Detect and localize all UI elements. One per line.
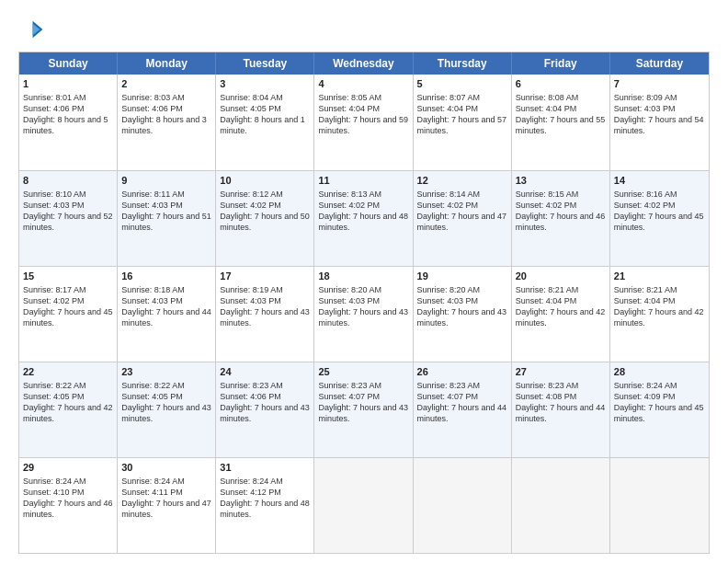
day-number: 15 [23, 270, 113, 283]
logo [18, 17, 48, 42]
day-number: 5 [417, 77, 507, 91]
cal-cell-2: 2Sunrise: 8:03 AMSunset: 4:06 PMDaylight… [118, 75, 216, 170]
day-info: Sunset: 4:03 PM [121, 200, 211, 211]
day-info: Sunrise: 8:22 AM [121, 380, 211, 391]
day-info: Daylight: 7 hours and 57 minutes. [417, 114, 507, 136]
day-info: Daylight: 7 hours and 45 minutes. [23, 306, 113, 328]
day-info: Sunset: 4:06 PM [121, 103, 211, 114]
day-info: Sunset: 4:02 PM [417, 200, 507, 211]
day-info: Sunset: 4:05 PM [220, 103, 310, 114]
cal-cell-20: 20Sunrise: 8:21 AMSunset: 4:04 PMDayligh… [512, 267, 610, 362]
day-info: Sunset: 4:09 PM [614, 391, 705, 402]
cal-cell-1: 1Sunrise: 8:01 AMSunset: 4:06 PMDaylight… [19, 75, 118, 170]
day-info: Daylight: 7 hours and 44 minutes. [417, 402, 507, 424]
day-info: Sunrise: 8:20 AM [318, 284, 408, 295]
day-info: Daylight: 7 hours and 51 minutes. [121, 211, 211, 233]
day-info: Daylight: 7 hours and 42 minutes. [614, 306, 705, 328]
day-info: Sunset: 4:10 PM [23, 487, 113, 498]
day-info: Sunrise: 8:24 AM [23, 476, 113, 487]
day-info: Daylight: 7 hours and 45 minutes. [614, 402, 705, 424]
calendar-row-3: 22Sunrise: 8:22 AMSunset: 4:05 PMDayligh… [19, 362, 709, 457]
cal-cell-empty-4-5 [512, 458, 610, 553]
day-number: 11 [318, 174, 408, 188]
calendar: SundayMondayTuesdayWednesdayThursdayFrid… [18, 52, 710, 554]
day-info: Daylight: 7 hours and 44 minutes. [121, 306, 211, 328]
cal-cell-19: 19Sunrise: 8:20 AMSunset: 4:03 PMDayligh… [414, 267, 512, 362]
day-number: 24 [220, 365, 310, 379]
cal-cell-9: 9Sunrise: 8:11 AMSunset: 4:03 PMDaylight… [118, 171, 216, 266]
day-info: Sunrise: 8:18 AM [121, 284, 211, 295]
day-info: Daylight: 7 hours and 46 minutes. [516, 211, 606, 233]
day-info: Sunset: 4:04 PM [614, 295, 705, 306]
day-number: 3 [220, 77, 310, 91]
day-number: 19 [417, 270, 507, 283]
day-info: Sunset: 4:05 PM [23, 391, 113, 402]
day-info: Daylight: 7 hours and 42 minutes. [23, 402, 113, 424]
cal-cell-empty-4-6 [610, 458, 709, 553]
day-info: Daylight: 7 hours and 44 minutes. [516, 402, 606, 424]
cal-cell-28: 28Sunrise: 8:24 AMSunset: 4:09 PMDayligh… [610, 362, 709, 457]
day-info: Sunset: 4:07 PM [318, 391, 408, 402]
day-number: 4 [318, 77, 408, 91]
day-info: Sunrise: 8:21 AM [516, 284, 606, 295]
day-info: Sunset: 4:06 PM [220, 391, 310, 402]
day-info: Sunset: 4:03 PM [417, 295, 507, 306]
day-info: Sunset: 4:07 PM [417, 391, 507, 402]
day-info: Sunrise: 8:12 AM [220, 189, 310, 200]
cal-cell-15: 15Sunrise: 8:17 AMSunset: 4:02 PMDayligh… [19, 267, 118, 362]
day-info: Daylight: 7 hours and 48 minutes. [318, 211, 408, 233]
day-info: Daylight: 8 hours and 1 minute. [220, 114, 310, 136]
day-number: 7 [614, 77, 705, 91]
day-info: Sunset: 4:02 PM [318, 200, 408, 211]
day-number: 31 [220, 461, 310, 475]
day-info: Sunset: 4:03 PM [318, 295, 408, 306]
day-number: 30 [121, 461, 211, 475]
day-info: Sunrise: 8:07 AM [417, 92, 507, 103]
day-info: Daylight: 7 hours and 52 minutes. [23, 211, 113, 233]
logo-icon [18, 17, 44, 42]
day-info: Sunset: 4:12 PM [220, 487, 310, 498]
cal-cell-25: 25Sunrise: 8:23 AMSunset: 4:07 PMDayligh… [314, 362, 413, 457]
day-info: Sunset: 4:11 PM [121, 487, 211, 498]
cal-cell-23: 23Sunrise: 8:22 AMSunset: 4:05 PMDayligh… [118, 362, 216, 457]
day-info: Sunrise: 8:03 AM [121, 92, 211, 103]
day-info: Sunrise: 8:15 AM [516, 189, 606, 200]
header-day-friday: Friday [512, 52, 610, 75]
day-info: Sunrise: 8:09 AM [614, 92, 705, 103]
day-info: Sunset: 4:04 PM [516, 295, 606, 306]
day-info: Daylight: 8 hours and 5 minutes. [23, 114, 113, 136]
day-number: 9 [121, 174, 211, 188]
day-info: Sunset: 4:04 PM [318, 103, 408, 114]
day-number: 14 [614, 174, 705, 188]
day-info: Sunrise: 8:23 AM [220, 380, 310, 391]
day-info: Sunrise: 8:22 AM [23, 380, 113, 391]
day-info: Sunset: 4:02 PM [516, 200, 606, 211]
day-number: 22 [23, 365, 113, 379]
calendar-header: SundayMondayTuesdayWednesdayThursdayFrid… [19, 52, 709, 75]
day-info: Sunset: 4:08 PM [516, 391, 606, 402]
cal-cell-6: 6Sunrise: 8:08 AMSunset: 4:04 PMDaylight… [512, 75, 610, 170]
cal-cell-24: 24Sunrise: 8:23 AMSunset: 4:06 PMDayligh… [216, 362, 314, 457]
day-info: Sunset: 4:05 PM [121, 391, 211, 402]
cal-cell-10: 10Sunrise: 8:12 AMSunset: 4:02 PMDayligh… [216, 171, 314, 266]
calendar-row-1: 8Sunrise: 8:10 AMSunset: 4:03 PMDaylight… [19, 170, 709, 266]
day-info: Daylight: 7 hours and 48 minutes. [220, 498, 310, 520]
day-info: Sunrise: 8:16 AM [614, 189, 705, 200]
cal-cell-22: 22Sunrise: 8:22 AMSunset: 4:05 PMDayligh… [19, 362, 118, 457]
day-info: Sunset: 4:04 PM [516, 103, 606, 114]
day-number: 21 [614, 270, 705, 283]
day-number: 23 [121, 365, 211, 379]
day-info: Sunset: 4:06 PM [23, 103, 113, 114]
day-info: Sunrise: 8:23 AM [318, 380, 408, 391]
cal-cell-27: 27Sunrise: 8:23 AMSunset: 4:08 PMDayligh… [512, 362, 610, 457]
day-info: Sunrise: 8:20 AM [417, 284, 507, 295]
calendar-body: 1Sunrise: 8:01 AMSunset: 4:06 PMDaylight… [19, 75, 709, 553]
day-info: Sunrise: 8:19 AM [220, 284, 310, 295]
day-number: 20 [516, 270, 606, 283]
day-number: 18 [318, 270, 408, 283]
cal-cell-8: 8Sunrise: 8:10 AMSunset: 4:03 PMDaylight… [19, 171, 118, 266]
day-info: Sunrise: 8:23 AM [516, 380, 606, 391]
header-day-monday: Monday [118, 52, 216, 75]
day-info: Sunrise: 8:13 AM [318, 189, 408, 200]
cal-cell-12: 12Sunrise: 8:14 AMSunset: 4:02 PMDayligh… [414, 171, 512, 266]
